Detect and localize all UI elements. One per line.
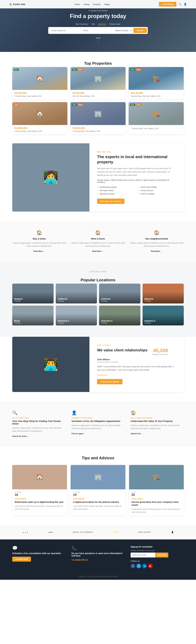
property-info-6: 7 Jammy Way, Cave Gallery, USA xyxy=(129,125,184,132)
twitter-icon[interactable]: t xyxy=(136,564,141,568)
badge-rent-2: Rent xyxy=(78,68,83,71)
client-role: Communication executive xyxy=(97,361,176,363)
discover-services-button[interactable]: Discover our services xyxy=(97,198,125,204)
location-card-8[interactable]: Antwerp O. 3 listings xyxy=(143,306,184,326)
logo: 🏠 Estate Sale xyxy=(9,3,25,6)
partner-logo-3: BANK STATEMENT xyxy=(73,531,93,533)
who-feature-2: Social responsibility xyxy=(138,186,176,188)
hero-scroll[interactable]: Scroll xyxy=(48,37,148,42)
location-card-6[interactable]: Unknown 2 4 listings xyxy=(56,306,97,326)
property-card-1[interactable]: Buy 🏠 $23,00,000 5 James Way, Cave Galle… xyxy=(12,67,67,99)
find-section: 🔍 ALL IN ONE PLACE Your One-Stop Shop fo… xyxy=(0,401,196,446)
who-feature-5: Specialist services xyxy=(97,193,135,195)
hero-office-input[interactable] xyxy=(81,28,110,33)
blog-title: Tips and Advices xyxy=(12,456,184,460)
location-name-7: Unknown 3 xyxy=(101,320,112,322)
footer-col-1-title: Schedule a free consultation with our sp… xyxy=(12,552,65,554)
hero-country-select[interactable]: Select Country xyxy=(113,28,132,33)
see-neighbourhoods-link[interactable]: Read More xyxy=(151,250,163,252)
property-badges-1: Buy xyxy=(14,68,19,71)
who-author: Viviane Nugues. Pellent-tesque libero ut… xyxy=(97,179,176,183)
find-link-2[interactable]: Find an agent xyxy=(71,432,86,435)
location-info-3: Unknown 3 listings xyxy=(101,298,111,302)
service-rent: 🏠 Rent a home Vivamus a ligula quam. Ut … xyxy=(71,230,125,252)
location-card-7[interactable]: Unknown 3 7 listings xyxy=(99,306,140,326)
buy-home-text: Vivamus a ligula quam. Ut blandit eu leo… xyxy=(12,242,66,248)
location-count-3: 3 listings xyxy=(101,300,111,302)
nav-pages[interactable]: Pages xyxy=(104,3,110,6)
location-count-4: 5 listings xyxy=(144,300,153,302)
newsletter-email-input[interactable] xyxy=(131,552,155,558)
property-thumb-icon-3: 🏗️ xyxy=(152,75,160,82)
badge-rent-4: Rent xyxy=(14,104,19,106)
find-text-3: Vivamus a ligula quam. Ut blandit eu leo… xyxy=(131,424,184,430)
blog-card-3[interactable]: 🏗️ March 20 Development Harvest great id… xyxy=(129,465,184,516)
location-count-5: 2 listings xyxy=(14,322,21,324)
location-info-2: California 6 listings xyxy=(58,298,67,302)
newsletter-subscribe-button[interactable]: Subscribe xyxy=(155,552,168,558)
facebook-icon[interactable]: f xyxy=(131,564,135,568)
partner-logo-4: ⚡⚡ xyxy=(113,531,118,533)
location-card-1[interactable]: Newport 4 listings xyxy=(12,284,54,304)
property-thumb-icon-4: 🏠 xyxy=(36,110,44,117)
tag-villa[interactable]: Villa xyxy=(91,23,95,25)
navbar: 🏠 Estate Sale Home Listing Property Page… xyxy=(0,0,196,8)
nav-property[interactable]: Property xyxy=(93,3,101,6)
rent-home-link[interactable]: Read More xyxy=(92,250,104,252)
blog-text-3: Lorem ipsum dolor sit amet ad netus. Lor… xyxy=(132,508,181,514)
tag-apartment[interactable]: Apartment xyxy=(98,23,106,25)
buy-home-title: Buy a home xyxy=(12,237,66,240)
nav-home[interactable]: Home xyxy=(75,3,80,6)
newsletter-form: Subscribe xyxy=(131,552,184,558)
blog-post-title-3: Harvest great ideas from your company's … xyxy=(132,501,181,506)
find-text-2: Vivamus a ligula quam. Ut blandit eu leo… xyxy=(71,424,125,430)
blog-month-3: March xyxy=(132,492,137,493)
location-card-5[interactable]: Blank 2 listings xyxy=(12,306,54,326)
property-card-6[interactable]: Buy Rent 🏗️ 7 Jammy Way, Cave Gallery, U… xyxy=(129,102,184,134)
rent-home-text: Vivamus a ligula quam. Ut blandit eu leo… xyxy=(71,242,125,248)
newsletter-title: Signup for newsletter xyxy=(131,546,184,548)
blog-day-2: 19 xyxy=(73,493,80,496)
property-card-3[interactable]: Buy Rent 🏗️ $41,00,000 Harvest Way, City… xyxy=(129,67,184,99)
user-icon[interactable]: 👤 xyxy=(184,3,187,6)
search-icon[interactable]: 🔍 xyxy=(178,3,182,6)
tag-private-house[interactable]: Private house xyxy=(109,23,120,25)
hero-search-button[interactable]: Search xyxy=(133,28,147,33)
property-card-5[interactable]: Buy Rent 🏢 $19,00,000 2 Jammy Way, Cave … xyxy=(70,102,126,134)
location-card-2[interactable]: California 6 listings xyxy=(56,284,97,304)
blog-card-2[interactable]: 🏢 October 19 Development A digital presc… xyxy=(71,465,125,516)
hero-subtitle: It's great to be home! xyxy=(48,10,148,12)
badge-buy-6: Buy xyxy=(130,104,135,106)
client-title: We value client relationships xyxy=(97,348,147,352)
linkedin-icon[interactable]: in xyxy=(142,564,147,568)
footer-icon-1: 💬 xyxy=(12,546,65,550)
find-link-1[interactable]: Search for home xyxy=(12,435,29,437)
who-feature-3: Get expert advice xyxy=(97,190,135,192)
footer-col-3: Signup for newsletter and get informatio… xyxy=(131,546,184,568)
location-card-3[interactable]: Unknown 3 listings xyxy=(99,284,140,304)
buy-home-icon: 🏠 xyxy=(12,230,66,235)
nav-listing[interactable]: Listing xyxy=(84,3,89,6)
top-properties-section: Top Properties Buy 🏠 $23,00,000 5 James … xyxy=(0,52,196,143)
add-listing-button[interactable]: + Add listing xyxy=(159,2,176,6)
locations-title: Popular Locations xyxy=(12,278,184,282)
location-card-4[interactable]: Malaysia 5 listings xyxy=(143,284,184,304)
property-card-4[interactable]: Rent 🏠 $14600,000 3 Jammy Way, Cave Gall… xyxy=(12,102,67,134)
property-price-2: $2700,000 xyxy=(73,92,123,94)
follow-section: Follow us f t in ▶ xyxy=(131,560,184,568)
schedule-button[interactable]: Schedule Now xyxy=(12,557,31,562)
connect-agents-button[interactable]: Connect our agents xyxy=(97,379,123,384)
property-card-2[interactable]: Buy Rent 🏢 $2700,000 We One Dray Gallery… xyxy=(70,67,126,99)
footer-col-1: 💬 Schedule a free consultation with our … xyxy=(12,546,65,568)
buy-home-link[interactable]: Read More xyxy=(33,250,45,252)
property-thumb-icon-1: 🏠 xyxy=(36,75,44,82)
youtube-icon[interactable]: ▶ xyxy=(148,564,153,568)
property-badges-5: Buy Rent xyxy=(72,104,83,106)
blog-day-1: 16 xyxy=(15,493,22,496)
property-image-2: Buy Rent 🏢 xyxy=(70,67,126,90)
location-name-8: Antwerp O. xyxy=(144,320,156,322)
blog-card-1[interactable]: 🏠 October 16 Development Retail banks wa… xyxy=(12,465,67,516)
find-link-3[interactable]: Submit info xyxy=(131,432,143,435)
hero-keyword-input[interactable] xyxy=(50,28,79,33)
badge-rent-3: Rent xyxy=(136,68,141,71)
